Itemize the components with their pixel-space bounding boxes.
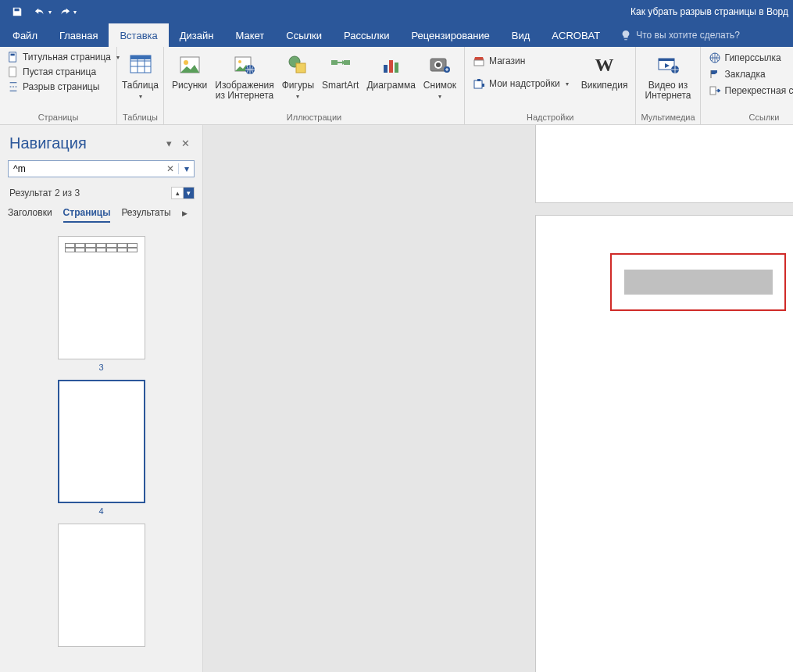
crossref-button[interactable]: Перекрестная ссылка	[705, 83, 793, 98]
svg-rect-22	[474, 80, 482, 88]
nav-tab-headings[interactable]: Заголовки	[8, 204, 52, 223]
page-thumbnail[interactable]: 3	[58, 236, 145, 372]
my-addins-button[interactable]: Мои надстройки▾	[470, 76, 572, 91]
quick-access-toolbar: ▾ ▾	[0, 2, 78, 21]
nav-tab-overflow[interactable]: ▶	[182, 209, 188, 217]
nav-options-button[interactable]: ▾	[162, 138, 177, 149]
title-page-label: Титульная страница	[23, 52, 111, 63]
save-button[interactable]	[6, 2, 28, 21]
pictures-icon	[178, 54, 202, 76]
pictures-button[interactable]: Рисунки	[169, 48, 210, 91]
group-links-label: Ссылки	[705, 111, 793, 124]
online-video-button[interactable]: Видео изИнтернета	[642, 48, 695, 101]
svg-rect-11	[296, 63, 305, 73]
page-break-icon	[8, 81, 19, 92]
wikipedia-icon: W	[595, 55, 614, 76]
navigation-pane: Навигация ▾ ✕ ✕ ▾ Результат 2 из 3 ▴ ▾ З…	[0, 125, 203, 672]
nav-tab-results[interactable]: Результаты	[121, 204, 170, 223]
online-pictures-button[interactable]: Изображенияиз Интернета	[212, 48, 277, 101]
store-button[interactable]: Магазин	[470, 53, 572, 69]
nav-search-input[interactable]	[9, 163, 163, 174]
workspace: Навигация ▾ ✕ ✕ ▾ Результат 2 из 3 ▴ ▾ З…	[0, 125, 793, 672]
nav-result-arrows: ▴ ▾	[171, 187, 195, 199]
smartart-button[interactable]: SmartArt	[319, 48, 362, 91]
hyperlink-icon	[709, 52, 721, 64]
svg-rect-4	[130, 55, 151, 59]
tab-view[interactable]: Вид	[501, 23, 541, 47]
tab-references[interactable]: Ссылки	[275, 23, 333, 47]
svg-rect-1	[11, 54, 15, 56]
redo-button[interactable]: ▾	[56, 2, 78, 21]
crossref-label: Перекрестная ссылка	[725, 85, 793, 96]
group-links: Гиперссылка Закладка Перекрестная ссылка…	[701, 47, 793, 124]
page-previous-bottom	[535, 125, 793, 203]
tab-file[interactable]: Файл	[2, 23, 48, 47]
shapes-icon	[287, 54, 309, 76]
screenshot-icon	[428, 54, 452, 76]
ribbon: Титульная страница▾ Пустая страница Разр…	[0, 47, 793, 125]
nav-thumbnails: 34	[0, 223, 202, 672]
screenshot-label: Снимок	[423, 80, 456, 91]
undo-button[interactable]: ▾	[31, 2, 53, 21]
ribbon-tabs: Файл Главная Вставка Дизайн Макет Ссылки…	[0, 23, 793, 47]
table-button[interactable]: Таблица▾	[122, 48, 159, 102]
group-addins-label: Надстройки	[470, 111, 630, 124]
nav-search-dropdown[interactable]: ▾	[178, 163, 194, 174]
nav-tab-pages[interactable]: Страницы	[63, 204, 111, 223]
document-area[interactable]	[203, 125, 793, 672]
tab-review[interactable]: Рецензирование	[400, 23, 500, 47]
title-page-icon	[8, 52, 19, 63]
page-current	[535, 215, 793, 672]
pictures-label: Рисунки	[172, 79, 207, 91]
my-addins-label: Мои надстройки	[489, 78, 560, 89]
crossref-icon	[709, 84, 721, 97]
hyperlink-button[interactable]: Гиперссылка	[705, 50, 793, 66]
chart-label: Диаграмма	[366, 79, 415, 91]
blank-page-icon	[8, 66, 19, 77]
tell-me[interactable]: Что вы хотите сделать?	[611, 23, 749, 47]
thumb-number: 4	[58, 503, 145, 516]
svg-rect-14	[384, 65, 388, 73]
svg-rect-12	[331, 60, 338, 65]
nav-search-clear[interactable]: ✕	[163, 163, 178, 174]
shapes-label: Фигуры	[282, 80, 314, 91]
group-illustrations: Рисунки Изображенияиз Интернета Фигуры▾ …	[164, 47, 465, 124]
screenshot-button[interactable]: Снимок▾	[420, 48, 459, 102]
tab-mailings[interactable]: Рассылки	[333, 23, 400, 47]
svg-point-19	[436, 63, 441, 67]
online-pictures-icon	[233, 54, 256, 76]
tab-layout[interactable]: Макет	[224, 23, 275, 47]
group-tables-label: Таблицы	[122, 111, 159, 124]
video-icon	[656, 54, 680, 76]
tab-insert[interactable]: Вставка	[109, 23, 168, 47]
tab-home[interactable]: Главная	[48, 23, 109, 47]
bookmark-button[interactable]: Закладка	[705, 66, 793, 82]
nav-next-result[interactable]: ▾	[183, 188, 194, 198]
tab-design[interactable]: Дизайн	[169, 23, 225, 47]
nav-search-box[interactable]: ✕ ▾	[8, 160, 195, 177]
nav-close-button[interactable]: ✕	[177, 138, 195, 149]
nav-prev-result[interactable]: ▴	[172, 188, 183, 198]
bookmark-icon	[709, 68, 721, 80]
blank-page-button[interactable]: Пустая страница	[5, 65, 123, 79]
title-bar: ▾ ▾ Как убрать разрыв страницы в Ворд	[0, 0, 793, 23]
svg-rect-21	[474, 60, 484, 66]
nav-result-text: Результат 2 из 3	[9, 188, 80, 198]
store-icon	[473, 55, 485, 67]
tell-me-placeholder: Что вы хотите сделать?	[636, 30, 740, 41]
group-media: Видео изИнтернета Мультимедиа	[636, 47, 700, 124]
chart-button[interactable]: Диаграмма	[363, 48, 418, 91]
group-illustrations-label: Иллюстрации	[169, 111, 459, 124]
title-page-button[interactable]: Титульная страница▾	[5, 50, 123, 64]
page-thumbnail[interactable]	[58, 524, 145, 650]
svg-rect-15	[389, 60, 393, 73]
tab-acrobat[interactable]: ACROBAT	[541, 23, 611, 47]
wikipedia-label: Википедия	[581, 79, 628, 91]
lightbulb-icon	[620, 30, 631, 41]
shapes-button[interactable]: Фигуры▾	[279, 48, 317, 102]
wikipedia-button[interactable]: W Википедия	[578, 48, 631, 91]
svg-rect-2	[9, 67, 16, 77]
group-pages-label: Страницы	[5, 111, 112, 124]
page-break-button[interactable]: Разрыв страницы	[5, 80, 123, 94]
page-thumbnail[interactable]: 4	[58, 380, 145, 516]
